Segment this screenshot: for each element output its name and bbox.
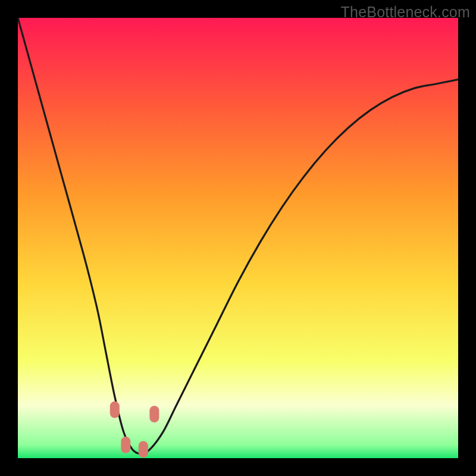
curve-markers [110, 402, 159, 458]
chart-frame: TheBottleneck.com [0, 0, 476, 476]
curve-marker [149, 406, 159, 422]
curve-marker [121, 437, 130, 453]
curve-marker [110, 402, 120, 418]
plot-area [18, 18, 458, 458]
curve-layer [18, 18, 458, 458]
v-curve [18, 18, 458, 454]
curve-marker [139, 441, 148, 458]
